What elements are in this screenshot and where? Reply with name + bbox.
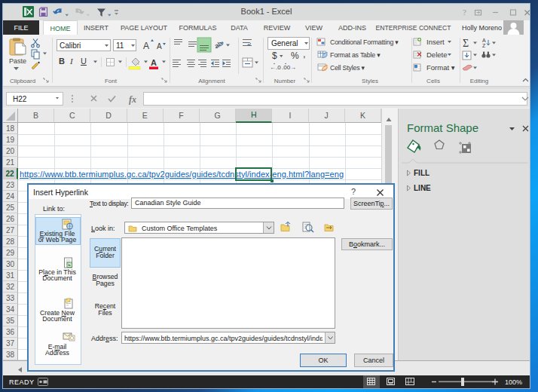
svg-text:.00→: .00→ [282,64,296,71]
svg-text:A: A [157,42,162,51]
svg-text:?: ? [463,8,466,17]
svg-text:A: A [143,41,149,51]
svg-text:←.0: ←.0 [270,64,281,71]
svg-text:Σ: Σ [463,38,469,49]
svg-text:%: % [291,51,299,61]
svg-text:Z: Z [482,43,486,48]
svg-text:$: $ [272,51,277,61]
svg-text:A: A [151,58,157,67]
svg-text:A: A [482,38,486,43]
svg-text:,: , [303,48,306,60]
svg-text:fx: fx [129,94,136,105]
svg-text:ab: ab [213,40,224,51]
